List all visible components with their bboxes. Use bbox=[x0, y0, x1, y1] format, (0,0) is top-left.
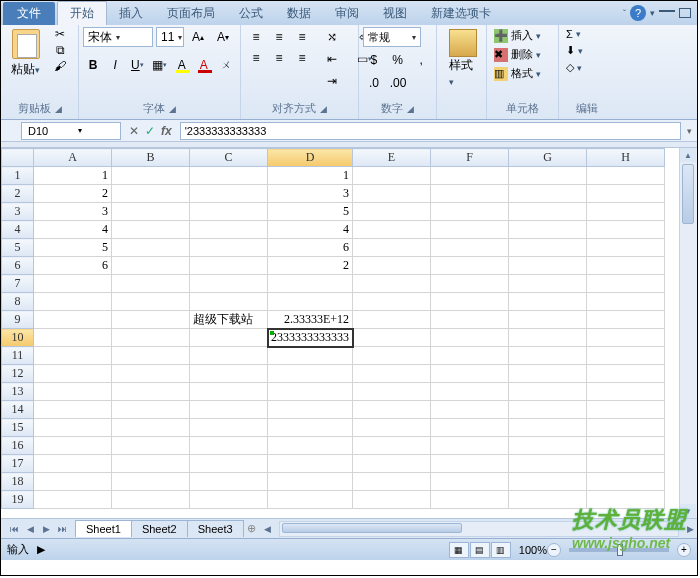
tab-formulas[interactable]: 公式 bbox=[227, 2, 275, 25]
cell-H3[interactable] bbox=[587, 203, 665, 221]
row-header-9[interactable]: 9 bbox=[2, 311, 34, 329]
cell-C15[interactable] bbox=[190, 419, 268, 437]
fill-color-button[interactable]: A bbox=[172, 55, 192, 75]
cell-E18[interactable] bbox=[353, 473, 431, 491]
hscroll-thumb[interactable] bbox=[282, 523, 462, 533]
cell-E12[interactable] bbox=[353, 365, 431, 383]
percent-icon[interactable]: % bbox=[387, 50, 409, 70]
new-sheet-icon[interactable]: ⊕ bbox=[243, 522, 261, 535]
clipboard-launcher-icon[interactable]: ◢ bbox=[55, 104, 62, 114]
sheet-tab-3[interactable]: Sheet3 bbox=[187, 520, 244, 537]
cancel-edit-icon[interactable]: ✕ bbox=[129, 124, 139, 138]
cell-G7[interactable] bbox=[509, 275, 587, 293]
font-color-button[interactable]: A bbox=[194, 55, 214, 75]
col-header-D[interactable]: D bbox=[268, 149, 353, 167]
cell-E1[interactable] bbox=[353, 167, 431, 185]
zoom-out-icon[interactable]: − bbox=[547, 543, 561, 557]
cell-E7[interactable] bbox=[353, 275, 431, 293]
tab-file[interactable]: 文件 bbox=[3, 2, 55, 25]
cell-H13[interactable] bbox=[587, 383, 665, 401]
cell-A9[interactable] bbox=[34, 311, 112, 329]
number-launcher-icon[interactable]: ◢ bbox=[407, 104, 414, 114]
tab-new-tab[interactable]: 新建选项卡 bbox=[419, 2, 503, 25]
cell-D1[interactable]: 1 bbox=[268, 167, 353, 185]
cell-E16[interactable] bbox=[353, 437, 431, 455]
row-header-17[interactable]: 17 bbox=[2, 455, 34, 473]
cell-A14[interactable] bbox=[34, 401, 112, 419]
cell-A16[interactable] bbox=[34, 437, 112, 455]
cell-G10[interactable] bbox=[509, 329, 587, 347]
hscroll-right-icon[interactable]: ▶ bbox=[683, 524, 697, 534]
tab-nav-first-icon[interactable]: ⏮ bbox=[7, 524, 21, 534]
comma-style-icon[interactable]: , bbox=[410, 50, 432, 70]
cell-F18[interactable] bbox=[431, 473, 509, 491]
row-header-11[interactable]: 11 bbox=[2, 347, 34, 365]
cell-D16[interactable] bbox=[268, 437, 353, 455]
cell-F16[interactable] bbox=[431, 437, 509, 455]
cell-A8[interactable] bbox=[34, 293, 112, 311]
cell-E11[interactable] bbox=[353, 347, 431, 365]
cell-G2[interactable] bbox=[509, 185, 587, 203]
font-size-combo[interactable]: 11▾ bbox=[156, 27, 184, 47]
cell-F4[interactable] bbox=[431, 221, 509, 239]
col-header-H[interactable]: H bbox=[587, 149, 665, 167]
cell-D17[interactable] bbox=[268, 455, 353, 473]
copy-icon[interactable]: ⧉ bbox=[52, 43, 68, 57]
orientation-icon[interactable]: ⤭ bbox=[321, 27, 343, 47]
zoom-slider-knob[interactable] bbox=[617, 544, 623, 556]
phonetic-guide-icon[interactable]: ㄨ bbox=[216, 55, 236, 75]
italic-button[interactable]: I bbox=[105, 55, 125, 75]
cell-D9[interactable]: 2.33333E+12 bbox=[268, 311, 353, 329]
cell-F19[interactable] bbox=[431, 491, 509, 509]
cell-B9[interactable] bbox=[112, 311, 190, 329]
cell-G16[interactable] bbox=[509, 437, 587, 455]
select-all-corner[interactable] bbox=[2, 149, 34, 167]
cell-D6[interactable]: 2 bbox=[268, 257, 353, 275]
cell-G19[interactable] bbox=[509, 491, 587, 509]
cell-B15[interactable] bbox=[112, 419, 190, 437]
cell-F2[interactable] bbox=[431, 185, 509, 203]
cell-F13[interactable] bbox=[431, 383, 509, 401]
cell-C11[interactable] bbox=[190, 347, 268, 365]
cell-A12[interactable] bbox=[34, 365, 112, 383]
row-header-18[interactable]: 18 bbox=[2, 473, 34, 491]
cell-H17[interactable] bbox=[587, 455, 665, 473]
help-icon[interactable]: ? bbox=[630, 5, 646, 21]
cell-B4[interactable] bbox=[112, 221, 190, 239]
horizontal-scrollbar[interactable] bbox=[279, 521, 679, 537]
cell-C7[interactable] bbox=[190, 275, 268, 293]
cell-H5[interactable] bbox=[587, 239, 665, 257]
cell-H2[interactable] bbox=[587, 185, 665, 203]
cell-G14[interactable] bbox=[509, 401, 587, 419]
cell-E5[interactable] bbox=[353, 239, 431, 257]
row-header-14[interactable]: 14 bbox=[2, 401, 34, 419]
cell-D10[interactable]: 2333333333333 bbox=[268, 329, 353, 347]
cell-D18[interactable] bbox=[268, 473, 353, 491]
cell-B17[interactable] bbox=[112, 455, 190, 473]
macro-record-icon[interactable]: ▶ bbox=[37, 543, 45, 556]
cell-A19[interactable] bbox=[34, 491, 112, 509]
cell-D2[interactable]: 3 bbox=[268, 185, 353, 203]
zoom-in-icon[interactable]: + bbox=[677, 543, 691, 557]
cell-H8[interactable] bbox=[587, 293, 665, 311]
decrease-font-icon[interactable]: A▾ bbox=[212, 27, 234, 47]
cell-B10[interactable] bbox=[112, 329, 190, 347]
cell-A5[interactable]: 5 bbox=[34, 239, 112, 257]
cell-A17[interactable] bbox=[34, 455, 112, 473]
cell-A15[interactable] bbox=[34, 419, 112, 437]
cell-G3[interactable] bbox=[509, 203, 587, 221]
cell-A13[interactable] bbox=[34, 383, 112, 401]
cell-C3[interactable] bbox=[190, 203, 268, 221]
cell-D14[interactable] bbox=[268, 401, 353, 419]
decrease-indent-icon[interactable]: ⇤ bbox=[321, 49, 343, 69]
cell-F11[interactable] bbox=[431, 347, 509, 365]
scroll-up-icon[interactable]: ▲ bbox=[680, 148, 696, 162]
cell-C17[interactable] bbox=[190, 455, 268, 473]
align-left-icon[interactable]: ≡ bbox=[245, 48, 267, 68]
increase-indent-icon[interactable]: ⇥ bbox=[321, 71, 343, 91]
cell-E6[interactable] bbox=[353, 257, 431, 275]
cell-E13[interactable] bbox=[353, 383, 431, 401]
tab-view[interactable]: 视图 bbox=[371, 2, 419, 25]
cell-B16[interactable] bbox=[112, 437, 190, 455]
cell-E8[interactable] bbox=[353, 293, 431, 311]
